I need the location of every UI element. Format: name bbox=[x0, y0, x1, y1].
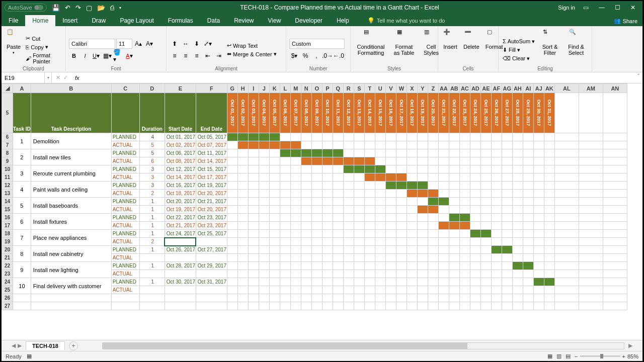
gantt-cell[interactable] bbox=[459, 286, 470, 294]
col-header[interactable]: M bbox=[290, 84, 301, 93]
currency-icon[interactable]: $▾ bbox=[289, 51, 299, 61]
gantt-cell[interactable] bbox=[269, 238, 280, 246]
cell[interactable] bbox=[407, 294, 417, 302]
gantt-cell[interactable] bbox=[333, 246, 343, 254]
gantt-cell[interactable] bbox=[259, 190, 269, 198]
scroll-right-icon[interactable]: ▶ bbox=[628, 342, 632, 349]
gantt-cell[interactable] bbox=[385, 222, 396, 230]
cell[interactable] bbox=[301, 294, 311, 302]
gantt-cell[interactable] bbox=[491, 270, 502, 278]
row-type[interactable]: PLANNED bbox=[111, 149, 139, 157]
gantt-cell[interactable] bbox=[248, 141, 259, 149]
task-desc[interactable]: Install baseboards bbox=[31, 198, 111, 214]
gantt-cell[interactable] bbox=[396, 141, 407, 149]
gantt-cell[interactable] bbox=[259, 182, 269, 190]
row-type[interactable]: ACTUAL bbox=[111, 270, 139, 278]
col-header[interactable]: AM bbox=[579, 84, 603, 93]
gantt-cell[interactable] bbox=[311, 182, 322, 190]
gantt-cell[interactable] bbox=[396, 190, 407, 198]
tab-formulas[interactable]: Formulas bbox=[161, 15, 200, 26]
gantt-cell[interactable] bbox=[227, 238, 237, 246]
col-header[interactable]: F bbox=[196, 84, 227, 93]
gantt-cell[interactable] bbox=[449, 262, 459, 270]
gantt-cell[interactable] bbox=[259, 157, 269, 165]
gantt-cell[interactable] bbox=[449, 165, 459, 173]
gantt-cell[interactable] bbox=[480, 254, 491, 262]
gantt-cell[interactable] bbox=[544, 214, 554, 222]
gantt-cell[interactable] bbox=[491, 165, 502, 173]
gantt-cell[interactable] bbox=[311, 222, 322, 230]
gantt-cell[interactable] bbox=[459, 157, 470, 165]
gantt-cell[interactable] bbox=[502, 198, 512, 206]
start-date-cell[interactable]: Oct 26, 2017 bbox=[165, 246, 196, 254]
new-icon[interactable]: ▢ bbox=[86, 4, 92, 12]
col-header[interactable]: AC bbox=[459, 84, 470, 93]
gantt-cell[interactable] bbox=[269, 246, 280, 254]
col-header[interactable]: AK bbox=[544, 84, 554, 93]
gantt-cell[interactable] bbox=[364, 262, 375, 270]
gantt-cell[interactable] bbox=[280, 149, 290, 157]
gantt-cell[interactable] bbox=[438, 270, 449, 278]
accept-formula-icon[interactable]: ✓ bbox=[63, 74, 68, 81]
end-date-cell[interactable]: Oct 19, 2017 bbox=[196, 182, 227, 190]
gantt-cell[interactable] bbox=[280, 165, 290, 173]
gantt-cell[interactable] bbox=[237, 190, 248, 198]
end-date-cell[interactable] bbox=[196, 238, 227, 246]
cell[interactable] bbox=[385, 302, 396, 310]
gantt-cell[interactable] bbox=[544, 165, 554, 173]
gantt-cell[interactable] bbox=[480, 133, 491, 141]
gantt-cell[interactable] bbox=[343, 173, 354, 182]
gantt-cell[interactable] bbox=[290, 165, 301, 173]
gantt-cell[interactable] bbox=[407, 222, 417, 230]
gantt-cell[interactable] bbox=[449, 238, 459, 246]
gantt-cell[interactable] bbox=[385, 206, 396, 214]
gantt-cell[interactable] bbox=[459, 141, 470, 149]
row-type[interactable]: PLANNED bbox=[111, 262, 139, 270]
cell[interactable] bbox=[480, 294, 491, 302]
zoom-level[interactable]: 85% bbox=[627, 353, 638, 359]
gantt-cell[interactable] bbox=[385, 254, 396, 262]
gantt-cell[interactable] bbox=[533, 141, 544, 149]
gantt-cell[interactable] bbox=[470, 246, 480, 254]
cell[interactable] bbox=[139, 302, 165, 310]
gantt-cell[interactable] bbox=[407, 165, 417, 173]
gantt-cell[interactable] bbox=[385, 149, 396, 157]
gantt-cell[interactable] bbox=[248, 270, 259, 278]
gantt-cell[interactable] bbox=[354, 206, 364, 214]
gantt-cell[interactable] bbox=[470, 165, 480, 173]
tab-data[interactable]: Data bbox=[200, 15, 227, 26]
gantt-cell[interactable] bbox=[523, 230, 533, 238]
gantt-cell[interactable] bbox=[417, 214, 428, 222]
gantt-cell[interactable] bbox=[269, 149, 280, 157]
cell[interactable] bbox=[269, 302, 280, 310]
cell[interactable] bbox=[385, 294, 396, 302]
gantt-cell[interactable] bbox=[280, 246, 290, 254]
gantt-cell[interactable] bbox=[512, 182, 523, 190]
gantt-cell[interactable] bbox=[322, 278, 333, 286]
gantt-cell[interactable] bbox=[470, 182, 480, 190]
gantt-cell[interactable] bbox=[227, 133, 237, 141]
cell[interactable] bbox=[502, 302, 512, 310]
cell[interactable] bbox=[290, 302, 301, 310]
cell[interactable] bbox=[269, 294, 280, 302]
gantt-cell[interactable] bbox=[417, 270, 428, 278]
duration-cell[interactable]: 5 bbox=[139, 141, 165, 149]
gantt-cell[interactable] bbox=[407, 133, 417, 141]
start-date-cell[interactable]: Oct 19, 2017 bbox=[165, 206, 196, 214]
decrease-font-icon[interactable]: A▾ bbox=[144, 39, 154, 49]
cell[interactable] bbox=[259, 302, 269, 310]
gantt-cell[interactable] bbox=[533, 165, 544, 173]
gantt-cell[interactable] bbox=[470, 278, 480, 286]
gantt-cell[interactable] bbox=[259, 206, 269, 214]
row-header[interactable]: 8 bbox=[2, 149, 13, 157]
gantt-cell[interactable] bbox=[438, 262, 449, 270]
row-header[interactable]: 9 bbox=[2, 157, 13, 165]
gantt-cell[interactable] bbox=[533, 157, 544, 165]
row-type[interactable]: PLANNED bbox=[111, 198, 139, 206]
cell[interactable] bbox=[449, 294, 459, 302]
gantt-cell[interactable] bbox=[396, 165, 407, 173]
gantt-cell[interactable] bbox=[248, 278, 259, 286]
gantt-cell[interactable] bbox=[502, 141, 512, 149]
gantt-cell[interactable] bbox=[438, 190, 449, 198]
gantt-cell[interactable] bbox=[311, 157, 322, 165]
